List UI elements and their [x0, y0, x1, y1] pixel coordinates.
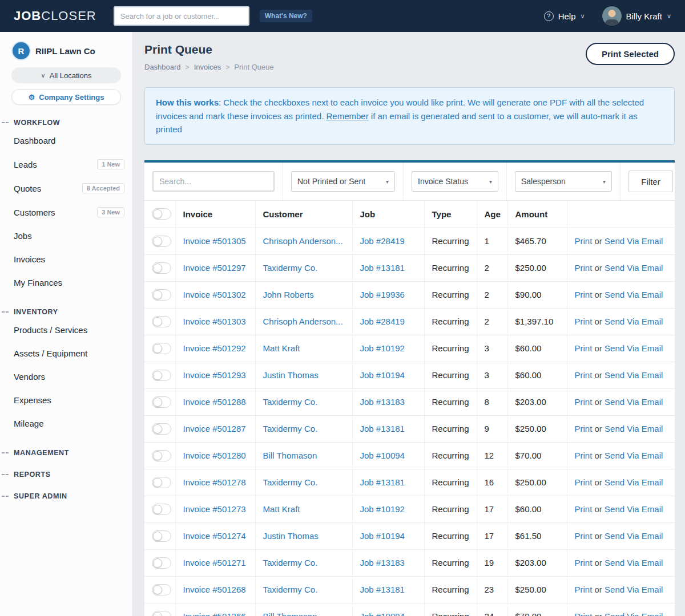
sidebar-item-invoices[interactable]: Invoices: [0, 248, 132, 271]
print-link[interactable]: Print: [575, 504, 593, 514]
sidebar-item-vendors[interactable]: Vendors: [0, 365, 132, 388]
customer-link[interactable]: Bill Thomason: [263, 611, 317, 616]
invoice-link[interactable]: Invoice #501268: [183, 585, 246, 594]
send-email-link[interactable]: Send Via Email: [605, 397, 663, 407]
sidebar-item-quotes[interactable]: Quotes8 Accepted: [0, 176, 132, 200]
print-link[interactable]: Print: [575, 263, 593, 273]
sidebar-item-assets-equipment[interactable]: Assets / Equipment: [0, 342, 132, 365]
invoice-link[interactable]: Invoice #501305: [183, 236, 246, 246]
sidebar-item-expenses[interactable]: Expenses: [0, 388, 132, 412]
job-link[interactable]: Job #10194: [360, 370, 405, 380]
invoice-link[interactable]: Invoice #501278: [183, 477, 246, 487]
row-select-toggle[interactable]: [152, 236, 171, 247]
salesperson-select[interactable]: Salesperson: [515, 171, 612, 192]
invoice-link[interactable]: Invoice #501293: [183, 370, 246, 380]
print-link[interactable]: Print: [575, 397, 593, 407]
send-email-link[interactable]: Send Via Email: [605, 424, 663, 433]
job-link[interactable]: Job #10192: [360, 343, 405, 353]
send-email-link[interactable]: Send Via Email: [605, 290, 663, 299]
select-all-toggle[interactable]: [152, 208, 171, 220]
sidebar-item-products-services[interactable]: Products / Services: [0, 318, 132, 342]
print-link[interactable]: Print: [575, 477, 593, 487]
invoice-link[interactable]: Invoice #501292: [183, 343, 246, 353]
row-select-toggle[interactable]: [152, 423, 171, 435]
job-link[interactable]: Job #13183: [360, 558, 405, 568]
invoice-link[interactable]: Invoice #501287: [183, 424, 246, 433]
customer-link[interactable]: Chrisoph Anderson...: [263, 317, 343, 326]
send-email-link[interactable]: Send Via Email: [605, 585, 663, 594]
row-select-toggle[interactable]: [152, 504, 171, 515]
row-select-toggle[interactable]: [152, 530, 171, 542]
invoice-status-select[interactable]: Invoice Status: [412, 171, 498, 192]
job-link[interactable]: Job #28419: [360, 236, 405, 246]
row-select-toggle[interactable]: [152, 370, 171, 381]
customer-link[interactable]: Chrisoph Anderson...: [263, 236, 343, 246]
app-logo[interactable]: JOBCLOSER: [14, 9, 96, 23]
print-selected-button[interactable]: Print Selected: [586, 43, 675, 65]
all-locations-dropdown[interactable]: All Locations: [11, 67, 121, 83]
printed-filter-select[interactable]: Not Printed or Sent: [291, 171, 395, 192]
send-email-link[interactable]: Send Via Email: [605, 611, 663, 616]
sidebar-section-reports[interactable]: REPORTS: [0, 471, 132, 479]
customer-link[interactable]: Taxidermy Co.: [263, 263, 318, 273]
sidebar-item-dashboard[interactable]: Dashboard: [0, 129, 132, 152]
row-select-toggle[interactable]: [152, 396, 171, 408]
print-link[interactable]: Print: [575, 370, 593, 380]
sidebar-item-mileage[interactable]: Mileage: [0, 412, 132, 435]
send-email-link[interactable]: Send Via Email: [605, 451, 663, 460]
job-link[interactable]: Job #10094: [360, 611, 405, 616]
table-search-input[interactable]: [152, 171, 275, 192]
customer-link[interactable]: Matt Kraft: [263, 504, 300, 514]
send-email-link[interactable]: Send Via Email: [605, 317, 663, 326]
sidebar-item-my-finances[interactable]: My Finances: [0, 271, 132, 294]
job-link[interactable]: Job #13181: [360, 585, 405, 594]
invoice-link[interactable]: Invoice #501280: [183, 451, 246, 460]
row-select-toggle[interactable]: [152, 584, 171, 595]
sidebar-section-super-admin[interactable]: SUPER ADMIN: [0, 492, 132, 500]
send-email-link[interactable]: Send Via Email: [605, 263, 663, 273]
send-email-link[interactable]: Send Via Email: [605, 477, 663, 487]
job-link[interactable]: Job #13181: [360, 424, 405, 433]
print-link[interactable]: Print: [575, 236, 593, 246]
row-select-toggle[interactable]: [152, 262, 171, 274]
job-link[interactable]: Job #10094: [360, 451, 405, 460]
print-link[interactable]: Print: [575, 451, 593, 460]
send-email-link[interactable]: Send Via Email: [605, 370, 663, 380]
row-select-toggle[interactable]: [152, 611, 171, 616]
invoice-link[interactable]: Invoice #501274: [183, 531, 246, 541]
sidebar-item-jobs[interactable]: Jobs: [0, 224, 132, 248]
breadcrumb-dashboard[interactable]: Dashboard: [144, 63, 181, 71]
job-link[interactable]: Job #19936: [360, 290, 405, 299]
print-link[interactable]: Print: [575, 290, 593, 299]
customer-link[interactable]: Taxidermy Co.: [263, 397, 318, 407]
invoice-link[interactable]: Invoice #501302: [183, 290, 246, 299]
job-link[interactable]: Job #10192: [360, 504, 405, 514]
print-link[interactable]: Print: [575, 558, 593, 568]
user-menu[interactable]: Billy Kraft: [602, 6, 671, 26]
print-link[interactable]: Print: [575, 424, 593, 433]
send-email-link[interactable]: Send Via Email: [605, 531, 663, 541]
breadcrumb-invoices[interactable]: Invoices: [194, 63, 221, 71]
row-select-toggle[interactable]: [152, 557, 171, 569]
invoice-link[interactable]: Invoice #501297: [183, 263, 246, 273]
whats-new-badge[interactable]: What's New?: [260, 10, 312, 22]
customer-link[interactable]: John Roberts: [263, 290, 314, 299]
row-select-toggle[interactable]: [152, 477, 171, 488]
job-link[interactable]: Job #13181: [360, 263, 405, 273]
send-email-link[interactable]: Send Via Email: [605, 343, 663, 353]
send-email-link[interactable]: Send Via Email: [605, 236, 663, 246]
customer-link[interactable]: Taxidermy Co.: [263, 585, 318, 594]
global-search-input[interactable]: [114, 6, 249, 26]
job-link[interactable]: Job #13181: [360, 477, 405, 487]
job-link[interactable]: Job #10194: [360, 531, 405, 541]
sidebar-section-inventory[interactable]: INVENTORY: [0, 308, 132, 316]
sidebar-section-workflow[interactable]: WORKFLOW: [0, 119, 132, 127]
row-select-toggle[interactable]: [152, 316, 171, 327]
invoice-link[interactable]: Invoice #501273: [183, 504, 246, 514]
invoice-link[interactable]: Invoice #501266: [183, 611, 246, 616]
print-link[interactable]: Print: [575, 531, 593, 541]
customer-link[interactable]: Justin Thomas: [263, 531, 319, 541]
send-email-link[interactable]: Send Via Email: [605, 504, 663, 514]
print-link[interactable]: Print: [575, 585, 593, 594]
send-email-link[interactable]: Send Via Email: [605, 558, 663, 568]
